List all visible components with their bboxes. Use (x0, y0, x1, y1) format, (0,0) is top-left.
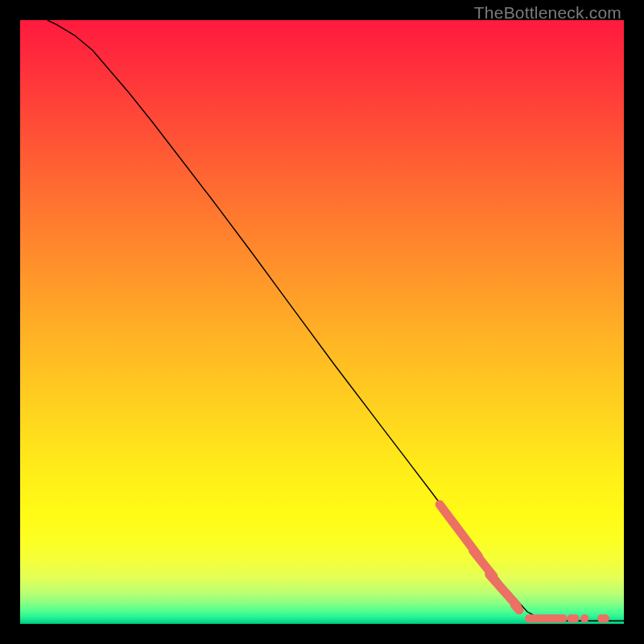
watermark-text: TheBottleneck.com (474, 3, 621, 23)
bottom-marker (559, 614, 568, 623)
chart-frame: TheBottleneck.com (0, 0, 644, 644)
bottom-marker (601, 614, 610, 623)
bottleneck-curve (47, 20, 624, 621)
bottom-marker (580, 614, 589, 623)
marker-clusters (434, 498, 526, 617)
bottom-markers (525, 614, 609, 623)
bottom-marker (571, 614, 580, 623)
plot-area (20, 20, 624, 624)
chart-overlay (20, 20, 624, 624)
